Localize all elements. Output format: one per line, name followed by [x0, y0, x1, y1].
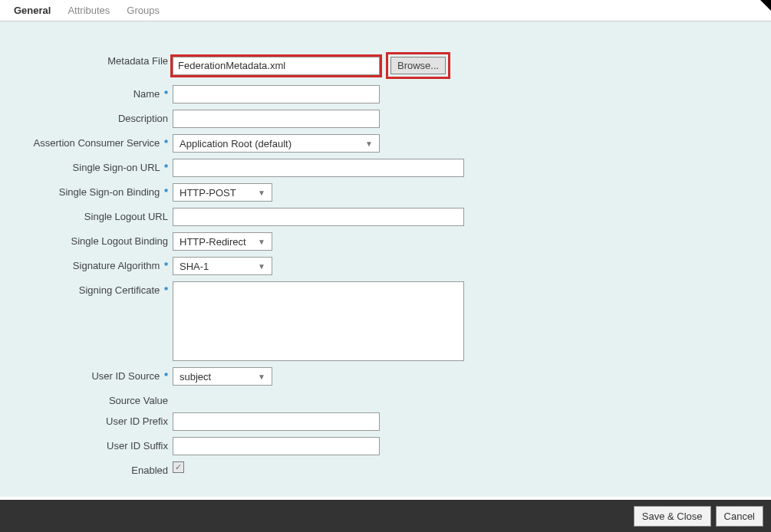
label-uid-source: User ID Source	[91, 370, 160, 382]
chevron-down-icon: ▼	[258, 189, 265, 197]
sig-algo-select[interactable]: SHA-1 ▼	[173, 257, 272, 275]
browse-highlight: Browse...	[386, 52, 450, 79]
row-slo-binding: Single Logout Binding HTTP-Redirect ▼	[15, 232, 756, 251]
label-signing-cert: Signing Certificate	[79, 284, 160, 296]
row-slo-url: Single Logout URL	[15, 208, 756, 226]
label-sso-url: Single Sign-on URL	[73, 162, 160, 173]
label-name: Name	[133, 88, 160, 100]
cancel-button[interactable]: Cancel	[716, 506, 763, 527]
label-description: Description	[118, 113, 168, 124]
sso-url-input[interactable]	[173, 159, 464, 177]
uid-suffix-input[interactable]	[173, 437, 380, 455]
label-acs: Assertion Consumer Service	[34, 137, 160, 149]
required-icon: *	[164, 284, 168, 296]
form-panel: Metadata File Browse... Name * Descripti…	[0, 21, 771, 497]
row-acs: Assertion Consumer Service * Application…	[15, 134, 756, 153]
label-slo-binding: Single Logout Binding	[71, 235, 169, 247]
chevron-down-icon: ▼	[258, 238, 265, 246]
enabled-checkbox[interactable]: ✓	[173, 461, 184, 473]
required-icon: *	[164, 162, 168, 173]
row-name: Name *	[15, 85, 756, 103]
description-input[interactable]	[173, 110, 380, 128]
row-uid-source: User ID Source * subject ▼	[15, 367, 756, 386]
label-metadata-file: Metadata File	[15, 52, 173, 67]
corner-fold-icon	[760, 0, 771, 11]
uid-source-select[interactable]: subject ▼	[173, 367, 272, 386]
label-enabled: Enabled	[131, 465, 168, 476]
row-uid-prefix: User ID Prefix	[15, 412, 756, 431]
label-sso-binding: Single Sign-on Binding	[59, 186, 160, 198]
save-close-button[interactable]: Save & Close	[634, 506, 711, 527]
row-description: Description	[15, 110, 756, 128]
label-sig-algo: Signature Algorithm	[73, 260, 160, 271]
required-icon: *	[164, 370, 168, 382]
row-metadata-file: Metadata File Browse...	[15, 52, 756, 79]
row-sso-url: Single Sign-on URL *	[15, 159, 756, 177]
footer-bar: Save & Close Cancel	[0, 500, 771, 532]
label-source-value: Source Value	[109, 395, 168, 406]
chevron-down-icon: ▼	[365, 140, 373, 148]
row-enabled: Enabled ✓	[15, 461, 756, 476]
tab-groups[interactable]: Groups	[127, 5, 160, 18]
slo-url-input[interactable]	[173, 208, 464, 226]
label-slo-url: Single Logout URL	[84, 211, 168, 222]
acs-select[interactable]: Application Root (default) ▼	[173, 134, 380, 153]
slo-binding-select[interactable]: HTTP-Redirect ▼	[173, 232, 272, 251]
label-uid-suffix: User ID Suffix	[107, 440, 168, 452]
uid-prefix-input[interactable]	[173, 412, 380, 431]
sso-binding-select[interactable]: HTTP-POST ▼	[173, 183, 272, 202]
required-icon: *	[164, 137, 168, 149]
browse-button[interactable]: Browse...	[390, 57, 446, 74]
tabs: General Attributes Groups	[0, 0, 771, 21]
row-sig-algo: Signature Algorithm * SHA-1 ▼	[15, 257, 756, 275]
chevron-down-icon: ▼	[258, 262, 265, 271]
required-icon: *	[164, 186, 168, 198]
name-input[interactable]	[173, 85, 380, 103]
metadata-file-input[interactable]	[173, 57, 380, 75]
row-signing-cert: Signing Certificate *	[15, 281, 756, 361]
required-icon: *	[164, 260, 168, 271]
row-source-value: Source Value	[15, 392, 756, 406]
tab-attributes[interactable]: Attributes	[68, 5, 110, 18]
label-uid-prefix: User ID Prefix	[106, 415, 168, 427]
required-icon: *	[164, 88, 168, 100]
row-uid-suffix: User ID Suffix	[15, 437, 756, 455]
row-sso-binding: Single Sign-on Binding * HTTP-POST ▼	[15, 183, 756, 202]
chevron-down-icon: ▼	[258, 373, 265, 381]
signing-cert-textarea[interactable]	[173, 281, 464, 361]
tab-general[interactable]: General	[14, 5, 51, 18]
